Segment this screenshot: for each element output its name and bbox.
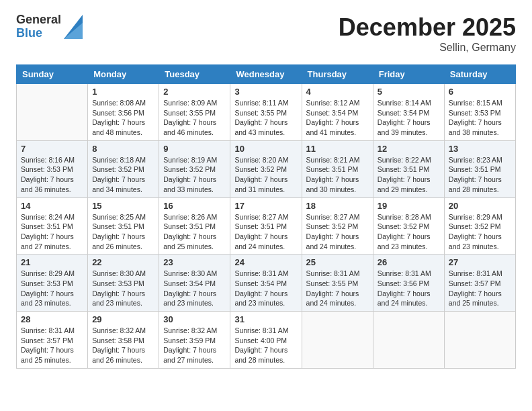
calendar-cell: 23Sunrise: 8:30 AMSunset: 3:54 PMDayligh… (159, 255, 230, 312)
day-number: 30 (163, 314, 226, 324)
calendar-cell: 31Sunrise: 8:31 AMSunset: 4:00 PMDayligh… (230, 312, 302, 369)
day-info: Sunrise: 8:31 AMSunset: 3:54 PMDaylight:… (234, 269, 297, 308)
day-info: Sunrise: 8:31 AMSunset: 3:57 PMDaylight:… (21, 326, 83, 365)
day-info: Sunrise: 8:29 AMSunset: 3:52 PMDaylight:… (449, 212, 511, 252)
calendar-cell (302, 312, 373, 369)
day-info: Sunrise: 8:21 AMSunset: 3:51 PMDaylight:… (306, 155, 369, 195)
day-number: 10 (234, 144, 297, 154)
day-info: Sunrise: 8:28 AMSunset: 3:52 PMDaylight:… (378, 212, 440, 252)
logo-general: General (16, 13, 61, 27)
day-number: 27 (449, 257, 511, 267)
day-number: 18 (306, 201, 369, 211)
day-number: 22 (92, 257, 154, 267)
day-info: Sunrise: 8:22 AMSunset: 3:51 PMDaylight:… (378, 155, 440, 195)
day-number: 11 (306, 144, 369, 154)
day-number: 17 (234, 201, 297, 211)
calendar-week-row: 21Sunrise: 8:29 AMSunset: 3:53 PMDayligh… (17, 255, 516, 312)
calendar-week-row: 14Sunrise: 8:24 AMSunset: 3:51 PMDayligh… (17, 197, 516, 255)
day-number: 16 (163, 201, 226, 211)
weekday-header: Saturday (444, 65, 515, 84)
day-number: 25 (306, 257, 369, 267)
weekday-header: Tuesday (159, 65, 230, 84)
day-info: Sunrise: 8:14 AMSunset: 3:54 PMDaylight:… (378, 98, 440, 138)
day-number: 28 (21, 314, 83, 324)
day-info: Sunrise: 8:30 AMSunset: 3:53 PMDaylight:… (92, 269, 154, 308)
calendar-cell (17, 84, 88, 141)
calendar-cell: 30Sunrise: 8:32 AMSunset: 3:59 PMDayligh… (159, 312, 230, 369)
logo-blue: Blue (16, 27, 61, 40)
calendar-cell: 20Sunrise: 8:29 AMSunset: 3:52 PMDayligh… (444, 197, 515, 255)
day-info: Sunrise: 8:27 AMSunset: 3:52 PMDaylight:… (306, 212, 369, 252)
calendar-cell: 22Sunrise: 8:30 AMSunset: 3:53 PMDayligh… (88, 255, 159, 312)
day-info: Sunrise: 8:20 AMSunset: 3:52 PMDaylight:… (234, 155, 297, 195)
calendar-table: SundayMondayTuesdayWednesdayThursdayFrid… (16, 64, 516, 369)
day-info: Sunrise: 8:32 AMSunset: 3:59 PMDaylight:… (163, 326, 226, 365)
day-info: Sunrise: 8:24 AMSunset: 3:51 PMDaylight:… (21, 212, 83, 252)
day-info: Sunrise: 8:09 AMSunset: 3:55 PMDaylight:… (163, 98, 226, 138)
calendar-cell: 2Sunrise: 8:09 AMSunset: 3:55 PMDaylight… (159, 84, 230, 141)
day-info: Sunrise: 8:27 AMSunset: 3:51 PMDaylight:… (234, 212, 297, 252)
calendar-cell: 3Sunrise: 8:11 AMSunset: 3:55 PMDaylight… (230, 84, 302, 141)
calendar-cell: 4Sunrise: 8:12 AMSunset: 3:54 PMDaylight… (302, 84, 373, 141)
calendar-cell: 18Sunrise: 8:27 AMSunset: 3:52 PMDayligh… (302, 197, 373, 255)
calendar-cell: 9Sunrise: 8:19 AMSunset: 3:52 PMDaylight… (159, 140, 230, 197)
logo-text: General Blue (16, 13, 61, 40)
day-info: Sunrise: 8:25 AMSunset: 3:51 PMDaylight:… (92, 212, 154, 252)
weekday-header: Monday (88, 65, 159, 84)
calendar-week-row: 7Sunrise: 8:16 AMSunset: 3:53 PMDaylight… (17, 140, 516, 197)
calendar-cell: 5Sunrise: 8:14 AMSunset: 3:54 PMDaylight… (373, 84, 444, 141)
weekday-header: Wednesday (230, 65, 302, 84)
calendar-cell: 14Sunrise: 8:24 AMSunset: 3:51 PMDayligh… (17, 197, 88, 255)
calendar-cell (444, 312, 515, 369)
day-info: Sunrise: 8:26 AMSunset: 3:51 PMDaylight:… (163, 212, 226, 252)
day-number: 20 (449, 201, 511, 211)
day-info: Sunrise: 8:18 AMSunset: 3:52 PMDaylight:… (92, 155, 154, 195)
day-info: Sunrise: 8:12 AMSunset: 3:54 PMDaylight:… (306, 98, 369, 138)
logo-icon (64, 15, 83, 39)
calendar-week-row: 1Sunrise: 8:08 AMSunset: 3:56 PMDaylight… (17, 84, 516, 141)
calendar-cell: 15Sunrise: 8:25 AMSunset: 3:51 PMDayligh… (88, 197, 159, 255)
calendar-cell: 1Sunrise: 8:08 AMSunset: 3:56 PMDaylight… (88, 84, 159, 141)
calendar-cell: 19Sunrise: 8:28 AMSunset: 3:52 PMDayligh… (373, 197, 444, 255)
day-number: 3 (234, 87, 297, 97)
day-number: 6 (449, 87, 511, 97)
calendar-cell: 21Sunrise: 8:29 AMSunset: 3:53 PMDayligh… (17, 255, 88, 312)
calendar-cell: 24Sunrise: 8:31 AMSunset: 3:54 PMDayligh… (230, 255, 302, 312)
page-header: General Blue December 2025 Sellin, Germa… (16, 13, 516, 54)
month-title: December 2025 (339, 13, 516, 42)
day-info: Sunrise: 8:11 AMSunset: 3:55 PMDaylight:… (234, 98, 297, 138)
calendar-cell (373, 312, 444, 369)
day-number: 4 (306, 87, 369, 97)
day-number: 24 (234, 257, 297, 267)
weekday-header: Thursday (302, 65, 373, 84)
day-info: Sunrise: 8:31 AMSunset: 3:56 PMDaylight:… (378, 269, 440, 308)
day-info: Sunrise: 8:31 AMSunset: 3:57 PMDaylight:… (449, 269, 511, 308)
calendar-cell: 12Sunrise: 8:22 AMSunset: 3:51 PMDayligh… (373, 140, 444, 197)
calendar-cell: 11Sunrise: 8:21 AMSunset: 3:51 PMDayligh… (302, 140, 373, 197)
calendar-cell: 13Sunrise: 8:23 AMSunset: 3:51 PMDayligh… (444, 140, 515, 197)
calendar-cell: 28Sunrise: 8:31 AMSunset: 3:57 PMDayligh… (17, 312, 88, 369)
day-number: 15 (92, 201, 154, 211)
calendar-cell: 25Sunrise: 8:31 AMSunset: 3:55 PMDayligh… (302, 255, 373, 312)
day-number: 12 (378, 144, 440, 154)
day-number: 21 (21, 257, 83, 267)
calendar-cell: 7Sunrise: 8:16 AMSunset: 3:53 PMDaylight… (17, 140, 88, 197)
day-info: Sunrise: 8:16 AMSunset: 3:53 PMDaylight:… (21, 155, 83, 195)
day-number: 7 (21, 144, 83, 154)
title-block: December 2025 Sellin, Germany (339, 13, 516, 54)
calendar-cell: 29Sunrise: 8:32 AMSunset: 3:58 PMDayligh… (88, 312, 159, 369)
day-info: Sunrise: 8:19 AMSunset: 3:52 PMDaylight:… (163, 155, 226, 195)
calendar-cell: 6Sunrise: 8:15 AMSunset: 3:53 PMDaylight… (444, 84, 515, 141)
weekday-header: Sunday (17, 65, 88, 84)
day-info: Sunrise: 8:15 AMSunset: 3:53 PMDaylight:… (449, 98, 511, 138)
day-number: 23 (163, 257, 226, 267)
weekday-header-row: SundayMondayTuesdayWednesdayThursdayFrid… (17, 65, 516, 84)
day-number: 9 (163, 144, 226, 154)
day-number: 2 (163, 87, 226, 97)
calendar-week-row: 28Sunrise: 8:31 AMSunset: 3:57 PMDayligh… (17, 312, 516, 369)
logo: General Blue (16, 13, 83, 40)
calendar-cell: 10Sunrise: 8:20 AMSunset: 3:52 PMDayligh… (230, 140, 302, 197)
day-info: Sunrise: 8:31 AMSunset: 3:55 PMDaylight:… (306, 269, 369, 308)
calendar-cell: 8Sunrise: 8:18 AMSunset: 3:52 PMDaylight… (88, 140, 159, 197)
day-info: Sunrise: 8:31 AMSunset: 4:00 PMDaylight:… (234, 326, 297, 365)
